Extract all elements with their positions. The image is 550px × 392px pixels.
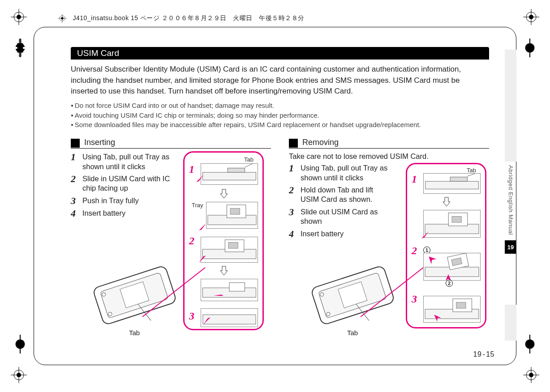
step-text: Hold down Tab and lift USIM Card as show… — [301, 185, 392, 205]
down-arrow-icon — [219, 265, 228, 276]
svg-rect-32 — [228, 168, 245, 173]
down-arrow-icon — [442, 196, 451, 207]
sidebar-grey-strip — [505, 305, 516, 341]
arrow-icon — [444, 273, 453, 282]
diagram-step-number: 1 — [189, 163, 194, 175]
step-text: Using Tab, pull out Tray as shown until … — [301, 163, 392, 183]
insert-steps-list: 1Using Tab, pull out Tray as shown until… — [71, 152, 174, 218]
svg-rect-55 — [452, 217, 461, 223]
step-text: Slide in USIM Card with IC chip facing u… — [82, 174, 174, 193]
bullet-item: Avoid touching USIM Card IC chip or term… — [71, 111, 489, 120]
arrow-icon — [198, 255, 207, 264]
remove-steps-list: 1Using Tab, pull out Tray as shown until… — [289, 163, 392, 239]
cross-mark-icon — [520, 38, 539, 57]
svg-rect-39 — [228, 243, 238, 249]
page-index: 15 — [486, 350, 494, 358]
diagram-step-number: 2 — [189, 235, 194, 247]
tray-figure — [201, 163, 258, 185]
svg-line-52 — [467, 174, 475, 176]
step-number: 1 — [71, 152, 80, 171]
step-item: 1Using Tab, pull out Tray as shown until… — [289, 163, 392, 183]
svg-line-49 — [142, 268, 205, 317]
remove-column: Removing Take care not to lose removed U… — [289, 138, 489, 335]
svg-rect-61 — [456, 303, 466, 309]
step-number: 3 — [289, 207, 298, 226]
svg-line-33 — [245, 164, 253, 167]
document-info-text: J410_insatsu.book 15 ページ ２００６年８月２９日 火曜日 … — [73, 14, 305, 21]
bullet-item: Some downloaded files may be inaccessibl… — [71, 120, 489, 130]
subheading-insert: Inserting — [71, 138, 271, 149]
svg-rect-50 — [425, 181, 479, 189]
arrow-icon — [421, 230, 430, 239]
handset-tab-label: Tab — [347, 329, 358, 337]
diagram-step-number: 2 — [412, 245, 417, 257]
diagram-label-tab: Tab — [244, 156, 254, 163]
step-number: 2 — [289, 185, 298, 205]
subheading-label: Removing — [302, 138, 339, 148]
diagram-label-tray: Tray — [192, 202, 203, 209]
step-number: 3 — [71, 196, 80, 206]
step-item: 4Insert battery — [71, 209, 174, 218]
sidebar-grey-strip — [505, 50, 516, 162]
black-square-icon — [289, 139, 298, 148]
remove-note: Take care not to lose removed USIM Card. — [289, 152, 489, 161]
section-title-bar: USIM Card — [71, 47, 489, 60]
diagram-label-tab: Tab — [467, 167, 476, 174]
card-insert-figure — [201, 237, 258, 263]
svg-line-68 — [361, 268, 423, 317]
step-text: Push in Tray fully — [82, 196, 139, 206]
step-item: 4Insert battery — [289, 229, 392, 239]
intro-paragraph: Universal Subscriber Identity Module (US… — [71, 64, 474, 97]
handset-tab-label: Tab — [129, 329, 140, 337]
svg-rect-36 — [230, 209, 240, 215]
step-text: Insert battery — [301, 229, 344, 239]
tray-with-card-figure — [206, 202, 258, 229]
step-number: 4 — [71, 209, 80, 218]
down-arrow-icon — [219, 188, 228, 199]
leader-line — [138, 263, 210, 330]
sidebar-tab: Abridged English Manual 19 — [505, 162, 516, 254]
bullet-list: Do not force USIM Card into or out of ha… — [71, 101, 489, 130]
subheading-remove: Removing — [289, 138, 489, 149]
registration-mark-icon — [522, 366, 540, 384]
two-column-layout: Inserting 1Using Tab, pull out Tray as s… — [71, 138, 489, 335]
step-item: 2Hold down Tab and lift USIM Card as sho… — [289, 185, 392, 205]
step-text: Using Tab, pull out Tray as shown until … — [82, 152, 174, 171]
cross-mark-icon — [520, 335, 539, 354]
sidebar-label: Abridged English Manual — [507, 162, 514, 239]
registration-mark-icon — [522, 8, 540, 26]
subheading-label: Inserting — [84, 138, 115, 148]
svg-rect-31 — [203, 172, 256, 180]
step-item: 2Slide in USIM Card with IC chip facing … — [71, 174, 174, 193]
arrow-icon — [198, 222, 207, 231]
svg-rect-51 — [450, 177, 467, 182]
step-item: 3Slide out USIM Card as shown — [289, 207, 392, 226]
registration-mark-icon — [10, 8, 28, 26]
registration-mark-icon — [10, 366, 28, 384]
step-number: 4 — [289, 229, 298, 239]
page-frame: Abridged English Manual 19 USIM Card Uni… — [34, 27, 516, 365]
document-header: J410_insatsu.book 15 ページ ２００６年８月２９日 火曜日 … — [57, 13, 305, 23]
dash: - — [482, 350, 485, 358]
page-chapter: 19 — [473, 350, 482, 358]
step-item: 3Push in Tray fully — [71, 196, 174, 206]
leader-line — [356, 263, 428, 330]
black-square-icon — [71, 139, 80, 148]
bullet-item: Do not force USIM Card into or out of ha… — [71, 101, 489, 111]
svg-rect-41 — [229, 283, 245, 291]
tray-card-figure — [423, 210, 481, 238]
page-number: 19-15 — [473, 350, 494, 358]
tray-figure — [423, 173, 481, 194]
step-number: 1 — [289, 163, 298, 183]
step-text: Insert battery — [82, 209, 125, 218]
cross-mark-icon — [11, 38, 30, 57]
step-item: 1Using Tab, pull out Tray as shown until… — [71, 152, 174, 171]
arrow-icon — [195, 174, 204, 183]
step-text: Slide out USIM Card as shown — [301, 207, 392, 226]
diagram-step-number: 1 — [412, 173, 417, 185]
registration-mark-icon — [57, 13, 67, 23]
cross-mark-icon — [11, 335, 30, 354]
insert-column: Inserting 1Using Tab, pull out Tray as s… — [71, 138, 271, 335]
chapter-number-badge: 19 — [505, 240, 516, 254]
step-number: 2 — [71, 174, 80, 193]
